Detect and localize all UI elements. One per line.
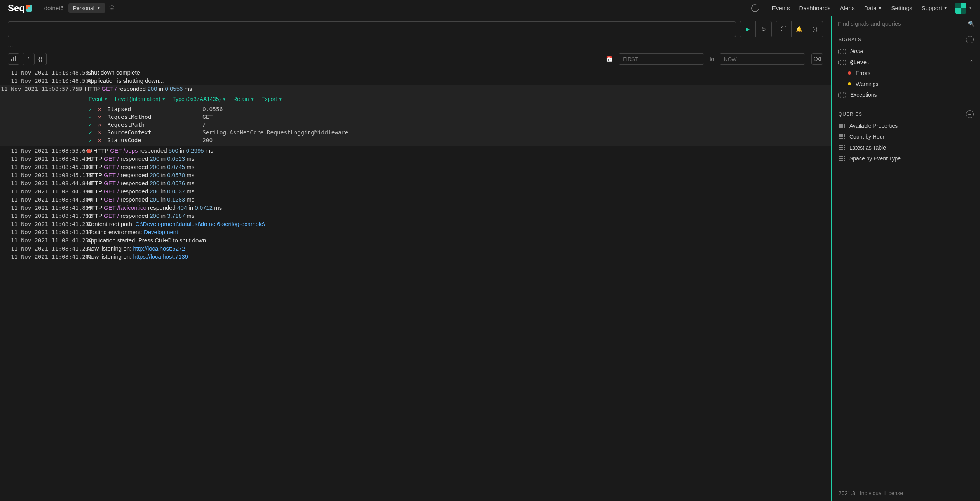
expand-button[interactable]: ⛶: [776, 21, 792, 37]
check-icon[interactable]: ✓: [89, 114, 94, 120]
quote-button[interactable]: ': [23, 53, 35, 65]
run-button[interactable]: ▶: [740, 21, 756, 37]
event-row[interactable]: 11 Nov 2021 11:08:53.640HTTP GET /oops r…: [0, 146, 831, 155]
chart-button[interactable]: [8, 53, 19, 65]
query-ellipsis[interactable]: …: [0, 42, 831, 50]
chart-icon: [10, 56, 17, 62]
check-icon[interactable]: ✓: [89, 122, 94, 128]
x-icon[interactable]: ✕: [98, 114, 103, 120]
event-row[interactable]: 11 Nov 2021 11:10:48.592Shut down comple…: [0, 68, 831, 77]
property-key: RequestPath: [107, 122, 199, 128]
from-date-input[interactable]: [619, 53, 704, 65]
query-input[interactable]: [8, 21, 736, 37]
check-icon[interactable]: ✓: [89, 106, 94, 112]
event-message: HTTP GET / responded 200 in 3.7187 ms: [87, 212, 820, 219]
event-row[interactable]: 11 Nov 2021 11:08:44.848HTTP GET / respo…: [0, 179, 831, 187]
event-timestamp: 11 Nov 2021 11:08:45.175: [11, 172, 81, 178]
property-row[interactable]: ✓ ✕ Elapsed 0.0556: [89, 105, 831, 113]
check-icon[interactable]: ✓: [89, 129, 94, 136]
x-icon[interactable]: ✕: [98, 137, 103, 143]
event-list[interactable]: 11 Nov 2021 11:10:48.592Shut down comple…: [0, 68, 831, 501]
event-row[interactable]: 11 Nov 2021 11:08:45.431HTTP GET / respo…: [0, 155, 831, 163]
query-item[interactable]: Space by Event Type: [832, 153, 980, 164]
signal-none[interactable]: ((·)) None: [832, 46, 980, 57]
braces-button[interactable]: {}: [35, 53, 46, 65]
nav-data[interactable]: Data ▼: [864, 5, 882, 11]
event-timestamp: 11 Nov 2021 11:08:57.753: [1, 86, 71, 92]
signal-label: Errors: [856, 70, 870, 76]
clear-date-button[interactable]: ⌫: [811, 53, 823, 65]
signal-label: Exceptions: [850, 92, 877, 98]
signal-label: None: [850, 48, 863, 54]
action-type[interactable]: Type (0x37AA1435) ▼: [173, 96, 226, 102]
stream-button[interactable]: (⋅): [807, 21, 823, 37]
property-key: SourceContext: [107, 129, 199, 136]
broadcast-icon: ((·)): [839, 59, 846, 65]
to-date-input[interactable]: [720, 53, 805, 65]
workspace-selector[interactable]: Personal ▼: [68, 3, 105, 13]
signal-search-input[interactable]: [838, 20, 968, 27]
svg-rect-2: [15, 56, 16, 61]
query-item[interactable]: Available Properties: [832, 120, 980, 131]
property-value: /: [202, 122, 206, 128]
query-item[interactable]: Latest as Table: [832, 142, 980, 153]
event-timestamp: 11 Nov 2021 11:08:45.431: [11, 156, 81, 162]
add-signal-button[interactable]: +: [966, 36, 974, 43]
avatar[interactable]: [955, 3, 966, 14]
event-row[interactable]: 11 Nov 2021 11:10:48.578Application is s…: [0, 77, 831, 85]
event-message: Now listening on: http://localhost:5272: [87, 245, 820, 252]
event-row[interactable]: 11 Nov 2021 11:08:41.238Content root pat…: [0, 220, 831, 228]
query-bar: ▶ ↻ ⛶ 🔔 (⋅): [0, 16, 831, 42]
nav-alerts[interactable]: Alerts: [840, 5, 855, 11]
event-row[interactable]: 11 Nov 2021 11:08:44.390HTTP GET / respo…: [0, 187, 831, 195]
chevron-down-icon: ▼: [943, 6, 947, 10]
property-row[interactable]: ✓ ✕ StatusCode 200: [89, 136, 831, 144]
x-icon[interactable]: ✕: [98, 129, 103, 136]
alert-button[interactable]: 🔔: [792, 21, 807, 37]
nav-settings[interactable]: Settings: [891, 5, 912, 11]
add-query-button[interactable]: +: [966, 110, 974, 118]
signal-exceptions[interactable]: ((·)) Exceptions: [832, 89, 980, 100]
chevron-up-icon: ⌃: [969, 59, 974, 65]
event-row-expanded[interactable]: 11 Nov 2021 11:08:57.753 HTTP GET / resp…: [0, 85, 831, 146]
signal-level[interactable]: ((·)) @Level ⌃: [832, 57, 980, 68]
query-label: Space by Event Type: [849, 155, 901, 162]
property-row[interactable]: ✓ ✕ RequestMethod GET: [89, 113, 831, 121]
x-icon[interactable]: ✕: [98, 122, 103, 128]
signal-errors[interactable]: Errors: [832, 68, 980, 78]
bookmark-icon[interactable]: 🏛: [109, 5, 115, 11]
logo[interactable]: Seq: [8, 3, 32, 14]
search-icon[interactable]: 🔍: [968, 21, 975, 27]
event-row[interactable]: 11 Nov 2021 11:08:45.175HTTP GET / respo…: [0, 171, 831, 179]
event-message: Shut down complete: [87, 69, 820, 76]
action-retain[interactable]: Retain ▼: [233, 96, 254, 102]
property-row[interactable]: ✓ ✕ SourceContext Serilog.AspNetCore.Req…: [89, 129, 831, 136]
event-row[interactable]: 11 Nov 2021 11:08:41.859HTTP GET /favico…: [0, 204, 831, 212]
event-row[interactable]: 11 Nov 2021 11:08:41.236Application star…: [0, 236, 831, 244]
level-dot-icon: [87, 149, 91, 153]
x-icon[interactable]: ✕: [98, 106, 103, 112]
query-item[interactable]: Count by Hour: [832, 131, 980, 142]
calendar-icon[interactable]: 📅: [606, 56, 612, 62]
action-level[interactable]: Level (Information) ▼: [115, 96, 166, 102]
refresh-button[interactable]: ↻: [756, 21, 771, 37]
chevron-down-icon[interactable]: ▼: [968, 6, 972, 10]
event-row[interactable]: 11 Nov 2021 11:08:41.231Now listening on…: [0, 244, 831, 252]
event-row[interactable]: 11 Nov 2021 11:08:44.300HTTP GET / respo…: [0, 195, 831, 204]
breadcrumb[interactable]: dotnet6: [44, 5, 64, 11]
nav-dashboards[interactable]: Dashboards: [799, 5, 831, 11]
theme-toggle-icon[interactable]: [751, 4, 759, 12]
action-event[interactable]: Event ▼: [89, 96, 108, 102]
event-row[interactable]: 11 Nov 2021 11:08:45.303HTTP GET / respo…: [0, 163, 831, 171]
nav-support[interactable]: Support ▼: [922, 5, 947, 11]
event-timestamp: 11 Nov 2021 11:08:41.201: [11, 254, 81, 260]
signal-warnings[interactable]: Warnings: [832, 78, 980, 89]
nav-events[interactable]: Events: [772, 5, 790, 11]
grid-icon: [839, 156, 845, 161]
check-icon[interactable]: ✓: [89, 137, 94, 143]
event-row[interactable]: 11 Nov 2021 11:08:41.237Hosting environm…: [0, 228, 831, 236]
event-row[interactable]: 11 Nov 2021 11:08:41.201Now listening on…: [0, 252, 831, 261]
action-export[interactable]: Export ▼: [261, 96, 282, 102]
event-row[interactable]: 11 Nov 2021 11:08:41.792HTTP GET / respo…: [0, 212, 831, 220]
property-row[interactable]: ✓ ✕ RequestPath /: [89, 121, 831, 129]
